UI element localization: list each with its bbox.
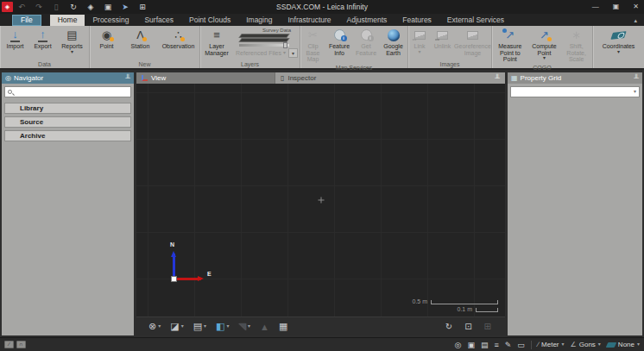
- property-grid-selector[interactable]: ▾: [510, 86, 640, 97]
- coordinates-button[interactable]: Coordinates ▾: [597, 27, 641, 60]
- view-3d-button[interactable]: ◧ ▾: [216, 321, 229, 332]
- collapse-ribbon-icon[interactable]: ▴: [634, 15, 637, 26]
- new-station-button[interactable]: Λ Station: [123, 27, 158, 60]
- referenced-files-button[interactable]: Referenced Files: [236, 50, 281, 56]
- snap-settings-button[interactable]: ⊗ ▾: [148, 321, 161, 332]
- coordinate-system-dropdown[interactable]: None ▾: [607, 341, 640, 348]
- slider-knob[interactable]: [283, 42, 287, 48]
- angle-icon: ∠: [571, 341, 577, 348]
- east-axis-arrow: [177, 278, 201, 280]
- ribbon-group-label: Data: [0, 60, 89, 68]
- divider: [531, 341, 532, 349]
- inspector-toggle-button[interactable]: ▣: [467, 341, 475, 349]
- draw-arc-button[interactable]: ∩: [16, 341, 26, 348]
- tab-features[interactable]: Features: [395, 15, 439, 26]
- new-observation-button[interactable]: ∴ Observation: [158, 27, 199, 60]
- tab-external-services[interactable]: External Services: [439, 15, 512, 26]
- filter-button[interactable]: ◥ ▾: [239, 321, 250, 332]
- compute-point-button[interactable]: ↗ Compute Point ▾: [528, 27, 561, 64]
- layers-toggle-button[interactable]: ≡: [494, 341, 498, 349]
- pin-icon[interactable]: ╨: [495, 75, 500, 82]
- chevron-down-icon: ▾: [181, 324, 184, 329]
- shift-rotate-scale-button[interactable]: ∗ Shift, Rotate, Scale: [560, 27, 592, 64]
- length-unit-dropdown[interactable]: ∕ Meter ▾: [538, 341, 565, 348]
- pin-icon[interactable]: ╨: [634, 75, 639, 82]
- button-label: Unlink: [434, 43, 451, 50]
- property-grid-header[interactable]: ▦ Property Grid ╨: [508, 72, 642, 84]
- length-unit-value: Meter: [541, 341, 559, 348]
- tab-file[interactable]: File: [12, 15, 41, 26]
- measure-point-to-point-button[interactable]: ↗ Measure Point to Point: [492, 27, 528, 64]
- archive-toggle-button[interactable]: ▭: [517, 341, 525, 349]
- new-point-button[interactable]: ◉ Point: [91, 27, 123, 60]
- layers-dropdown-button[interactable]: ▾: [288, 48, 298, 58]
- tab-home[interactable]: Home: [50, 15, 85, 26]
- tab-view[interactable]: View: [136, 72, 275, 84]
- publish-icon[interactable]: ◈: [82, 0, 99, 14]
- get-feature-button[interactable]: i Get Feature: [353, 27, 379, 64]
- reports-button[interactable]: ▤ Reports ▾: [57, 27, 88, 60]
- snap-settings-icon: ⊗: [148, 321, 156, 332]
- new-window-icon[interactable]: ⊞: [134, 0, 151, 14]
- button-label: Point: [100, 43, 114, 50]
- link-image-button[interactable]: ∞ Link ▾: [409, 27, 431, 60]
- navigator-item-library[interactable]: Library: [4, 103, 131, 114]
- layer-bar: [240, 34, 288, 37]
- layers-opacity-slider[interactable]: [239, 44, 289, 47]
- clip-base-map-button[interactable]: ✂ Clip Base Map: [300, 27, 325, 64]
- layers-preview[interactable]: Survey Data: [236, 28, 293, 47]
- angle-unit-dropdown[interactable]: ∠ Gons ▾: [571, 341, 601, 348]
- google-earth-button[interactable]: Google Earth: [379, 27, 407, 64]
- tab-point-clouds[interactable]: Point Clouds: [181, 15, 238, 26]
- unlink-image-button[interactable]: ∞ Unlink: [431, 27, 455, 60]
- navigator-item-source[interactable]: Source: [4, 116, 131, 128]
- scale-bars: 0.5 m 0.1 m: [412, 297, 498, 312]
- zoom-extents-button[interactable]: ⊡: [464, 322, 471, 331]
- tab-infrastructure[interactable]: Infrastructure: [280, 15, 338, 26]
- search-input[interactable]: [15, 88, 128, 97]
- tab-adjustments[interactable]: Adjustments: [339, 15, 395, 26]
- georeference-image-button[interactable]: Georeference Image: [455, 27, 491, 60]
- select-tool-button[interactable]: ◪ ▾: [170, 321, 183, 332]
- export-button[interactable]: ↑ Export: [29, 27, 57, 60]
- layer-manager-button[interactable]: ≡ Layer Manager: [200, 27, 233, 60]
- view-axes-icon: [142, 75, 148, 81]
- tab-inspector[interactable]: ▯ Inspector ╨: [275, 72, 505, 84]
- pin-icon[interactable]: ╨: [125, 75, 130, 82]
- delete-icon[interactable]: ▯: [47, 0, 65, 14]
- import-button[interactable]: ↓ Import: [2, 27, 29, 60]
- feature-info-button[interactable]: i Feature Info: [325, 27, 353, 64]
- property-grid-toggle-button[interactable]: ▤: [481, 341, 489, 349]
- navigator-item-archive[interactable]: Archive: [4, 130, 131, 141]
- layer-visibility-icon: ▤: [193, 321, 202, 332]
- restore-button[interactable]: ▣: [613, 0, 620, 14]
- tab-processing[interactable]: Processing: [85, 15, 136, 26]
- close-button[interactable]: ✕: [633, 0, 639, 14]
- reset-rotation-button[interactable]: ↻: [445, 322, 452, 331]
- draw-line-button[interactable]: ∕: [4, 341, 14, 348]
- undo-icon[interactable]: ↶: [13, 0, 30, 14]
- observation-icon: ∴: [174, 28, 181, 42]
- shift-rotate-scale-icon: ∗: [571, 28, 581, 42]
- redo-icon[interactable]: ↷: [30, 0, 47, 14]
- archive-box-icon[interactable]: ▣: [99, 0, 117, 14]
- send-to-icon[interactable]: ➤: [117, 0, 134, 14]
- navigator-toggle-button[interactable]: ◎: [455, 341, 462, 349]
- scale-major-bar: [431, 300, 498, 304]
- layers-preview-label: Survey Data: [262, 28, 291, 33]
- tab-surfaces[interactable]: Surfaces: [136, 15, 181, 26]
- inspector-doc-icon: ▯: [281, 74, 284, 82]
- pan-tool-button[interactable]: ⊞: [484, 322, 491, 331]
- measure-point-to-point-icon: ↗: [505, 28, 515, 42]
- layer-visibility-button[interactable]: ▤ ▾: [193, 321, 206, 332]
- fit-view-button[interactable]: ▲: [260, 322, 269, 332]
- navigator-header[interactable]: ◎ Navigator ╨: [2, 72, 134, 84]
- tab-imaging[interactable]: Imaging: [238, 15, 280, 26]
- app-logo-icon[interactable]: ◈: [2, 2, 13, 12]
- grid-toggle-button[interactable]: ▦: [279, 321, 287, 332]
- minimize-button[interactable]: —: [592, 0, 599, 14]
- refresh-icon[interactable]: ↻: [65, 0, 82, 14]
- reports-toggle-button[interactable]: ✎: [505, 341, 512, 349]
- map-canvas[interactable]: N E 0.5 m 0.1 m: [136, 84, 505, 317]
- new-badge-icon: [547, 37, 552, 41]
